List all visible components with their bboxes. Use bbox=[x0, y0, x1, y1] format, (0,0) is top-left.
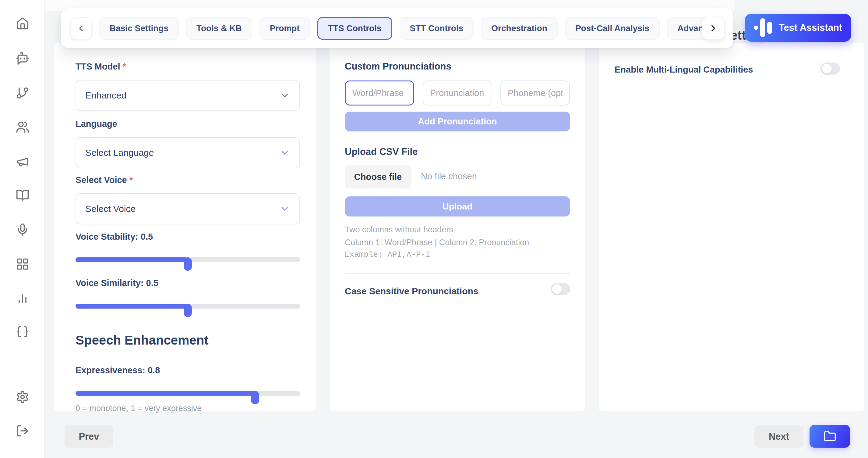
tts-model-value: Enhanced bbox=[85, 90, 126, 101]
toggle-knob bbox=[822, 64, 832, 74]
next-button[interactable]: Next bbox=[754, 425, 803, 448]
braces-icon bbox=[16, 325, 29, 339]
sidebar-item-flows[interactable] bbox=[0, 82, 45, 104]
slider-fill bbox=[75, 304, 188, 309]
gear-icon bbox=[16, 390, 29, 404]
upload-csv-heading: Upload CSV File bbox=[345, 146, 417, 158]
book-open-icon bbox=[16, 189, 29, 202]
sidebar-item-settings[interactable] bbox=[0, 387, 45, 408]
chevron-down-icon bbox=[279, 147, 290, 158]
word-phrase-input[interactable] bbox=[345, 81, 414, 106]
voice-select[interactable]: Select Voice bbox=[75, 193, 300, 224]
bot-icon bbox=[16, 52, 29, 65]
sidebar-item-campaigns[interactable] bbox=[0, 151, 45, 172]
upload-button[interactable]: Upload bbox=[345, 196, 570, 217]
similarity-label: Voice Similarity: 0.5 bbox=[75, 278, 158, 288]
voice-value: Select Voice bbox=[85, 204, 135, 214]
tts-model-label: TTS Model* bbox=[75, 62, 126, 71]
assistant-config-tab-bar: Basic Settings Tools & KB Prompt TTS Con… bbox=[61, 8, 733, 48]
case-sensitive-toggle[interactable] bbox=[551, 283, 570, 295]
sidebar-item-voice[interactable] bbox=[0, 219, 45, 240]
chevron-down-icon bbox=[279, 203, 290, 214]
no-file-chosen-text: No file chosen bbox=[421, 171, 477, 181]
required-asterisk: * bbox=[129, 175, 133, 185]
home-icon bbox=[16, 17, 29, 30]
required-asterisk: * bbox=[123, 62, 126, 71]
add-pronunciation-button[interactable]: Add Pronunciation bbox=[345, 112, 570, 132]
chevron-left-icon bbox=[76, 24, 86, 33]
users-icon bbox=[16, 120, 29, 134]
waveform-icon bbox=[754, 18, 772, 37]
tab-post-call-analysis[interactable]: Post-Call Analysis bbox=[565, 17, 660, 40]
multilingual-label: Enable Multi-Lingual Capabilities bbox=[615, 65, 753, 75]
tab-tools-kb[interactable]: Tools & KB bbox=[186, 17, 252, 40]
folder-icon bbox=[824, 430, 836, 443]
tab-prompt[interactable]: Prompt bbox=[259, 17, 310, 40]
tab-stt-controls[interactable]: STT Controls bbox=[400, 17, 474, 40]
csv-example-line: Example: API,A-P-I bbox=[345, 250, 430, 259]
sidebar bbox=[0, 0, 45, 458]
expressiveness-hint: 0 = monotone, 1 = very expressive bbox=[75, 404, 202, 413]
choose-file-button[interactable]: Choose file bbox=[345, 165, 411, 189]
sidebar-item-knowledge[interactable] bbox=[0, 185, 45, 206]
pronunciation-panel: Custom Pronunciations Add Pronunciation … bbox=[330, 43, 585, 411]
tab-tts-controls[interactable]: TTS Controls bbox=[317, 17, 392, 40]
multilingual-toggle[interactable] bbox=[820, 62, 840, 75]
prev-button[interactable]: Prev bbox=[65, 425, 113, 448]
tab-orchestration[interactable]: Orchestration bbox=[481, 17, 558, 40]
language-label: Language bbox=[75, 119, 117, 129]
speech-enhancement-heading: Speech Enhancement bbox=[75, 333, 208, 348]
sidebar-item-users[interactable] bbox=[0, 116, 45, 138]
case-sensitive-label: Case Sensitive Pronunciations bbox=[345, 286, 478, 296]
csv-help-line-1: Two columns without headers bbox=[345, 225, 453, 234]
pronunciation-input[interactable] bbox=[423, 81, 492, 106]
save-folder-button[interactable] bbox=[809, 425, 850, 448]
mic-icon bbox=[16, 223, 29, 236]
tabs-back-button[interactable] bbox=[70, 18, 92, 39]
megaphone-icon bbox=[16, 155, 29, 168]
bar-chart-icon bbox=[16, 291, 29, 305]
sidebar-item-analytics[interactable] bbox=[0, 288, 45, 309]
stability-slider[interactable] bbox=[75, 253, 300, 266]
sidebar-item-logout[interactable] bbox=[0, 420, 45, 441]
slider-knob[interactable] bbox=[251, 391, 259, 404]
sidebar-item-apps[interactable] bbox=[0, 253, 45, 275]
tab-basic-settings[interactable]: Basic Settings bbox=[99, 17, 179, 40]
chevron-down-icon bbox=[279, 90, 290, 101]
divider bbox=[345, 273, 570, 274]
sidebar-item-assistants[interactable] bbox=[0, 48, 45, 69]
git-branch-icon bbox=[16, 86, 29, 100]
slider-fill bbox=[75, 391, 255, 396]
sidebar-item-home[interactable] bbox=[0, 13, 45, 34]
slider-knob[interactable] bbox=[184, 257, 192, 271]
language-select[interactable]: Select Language bbox=[75, 137, 300, 168]
grid-icon bbox=[16, 257, 29, 271]
test-assistant-label: Test Assistant bbox=[779, 22, 842, 33]
similarity-slider[interactable] bbox=[75, 299, 300, 313]
logout-icon bbox=[16, 424, 29, 437]
voice-label: Select Voice* bbox=[75, 175, 133, 185]
toggle-knob bbox=[552, 284, 562, 294]
tabs-forward-button[interactable] bbox=[702, 17, 725, 40]
expressiveness-slider[interactable] bbox=[75, 387, 300, 400]
test-assistant-button[interactable]: Test Assistant bbox=[745, 14, 851, 42]
app-screen: TTS Model* Enhanced Language Select Lang… bbox=[0, 0, 868, 458]
slider-fill bbox=[75, 257, 188, 262]
stability-label: Voice Stability: 0.5 bbox=[75, 232, 153, 242]
chevron-right-icon bbox=[708, 23, 718, 33]
csv-help-line-2: Column 1: Word/Phrase | Column 2: Pronun… bbox=[345, 238, 529, 247]
tts-model-select[interactable]: Enhanced bbox=[75, 80, 300, 111]
expressiveness-label: Expressiveness: 0.8 bbox=[75, 365, 160, 375]
sidebar-item-developer[interactable] bbox=[0, 321, 45, 342]
custom-pronunciations-heading: Custom Pronunciations bbox=[345, 61, 452, 72]
phoneme-input[interactable] bbox=[500, 81, 570, 106]
slider-knob[interactable] bbox=[184, 304, 192, 317]
advanced-settings-panel: Enable Multi-Lingual Capabilities bbox=[599, 43, 864, 411]
tts-settings-panel: TTS Model* Enhanced Language Select Lang… bbox=[54, 43, 316, 411]
language-value: Select Language bbox=[85, 148, 154, 158]
